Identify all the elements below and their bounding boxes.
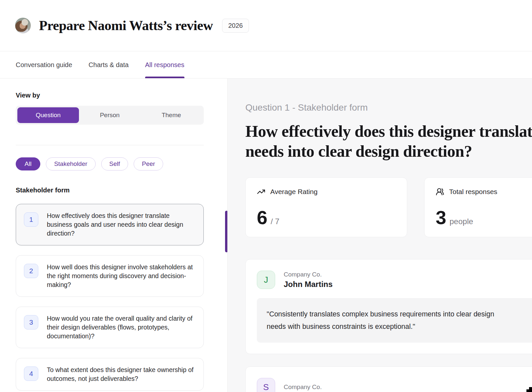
filter-all[interactable]: All: [16, 157, 40, 170]
respondent-company: Company Co.: [284, 383, 322, 391]
question-card-4[interactable]: 4 To what extent does this designer take…: [16, 358, 204, 391]
reviewee-avatar: [15, 18, 31, 33]
average-rating-card: Average Rating 6 / 7: [245, 177, 407, 237]
response-card-2: S Company Co.: [245, 366, 532, 392]
question-number-badge: 1: [24, 212, 38, 227]
question-eyebrow: Question 1 - Stakeholder form: [245, 102, 532, 113]
page-title: Prepare Naomi Watts’s review: [39, 18, 213, 33]
question-number-badge: 3: [24, 315, 38, 330]
respondent-company: Company Co.: [284, 271, 332, 278]
average-rating-value: 6: [257, 208, 267, 227]
main-panel: Question 1 - Stakeholder form How effect…: [227, 79, 532, 392]
page-header: Prepare Naomi Watts’s review 2026: [0, 0, 532, 51]
filter-self[interactable]: Self: [101, 157, 128, 170]
total-responses-suffix: people: [449, 217, 473, 226]
question-heading-line1: How effectively does this designer trans…: [245, 121, 532, 141]
tab-charts-data[interactable]: Charts & data: [88, 51, 128, 78]
view-by-label: View by: [16, 92, 204, 99]
view-mode-segmented-control: Question Person Theme: [16, 106, 204, 125]
question-text: How effectively does this designer trans…: [47, 211, 196, 238]
question-text: To what extent does this designer take o…: [47, 365, 196, 383]
response-quote: "Consistently translates complex busines…: [257, 298, 532, 343]
review-page: Prepare Naomi Watts’s review 2026 Conver…: [0, 0, 532, 392]
view-mode-theme[interactable]: Theme: [141, 107, 202, 123]
stakeholder-form-label: Stakeholder form: [16, 187, 204, 194]
view-mode-person[interactable]: Person: [79, 107, 141, 123]
tab-conversation-guide[interactable]: Conversation guide: [16, 51, 72, 78]
sidebar-divider: [16, 145, 204, 145]
response-card-john-martins: J Company Co. John Martins "Consistently…: [245, 259, 532, 354]
total-responses-card: Total responses 3 people: [424, 177, 532, 237]
respondent-avatar: J: [257, 271, 275, 289]
total-responses-value: 3: [436, 208, 446, 227]
stat-label: Total responses: [449, 188, 497, 196]
average-rating-suffix: / 7: [271, 217, 279, 226]
question-card-2[interactable]: 2 How well does this designer involve st…: [16, 255, 204, 297]
trending-up-icon: [257, 187, 265, 196]
respondent-avatar: S: [257, 378, 275, 392]
question-number-badge: 4: [24, 366, 38, 381]
question-number-badge: 2: [24, 264, 38, 278]
stat-label: Average Rating: [270, 188, 317, 196]
filter-peer[interactable]: Peer: [134, 157, 163, 170]
users-icon: [436, 187, 444, 196]
view-mode-question[interactable]: Question: [17, 107, 79, 123]
filter-stakeholder[interactable]: Stakeholder: [46, 157, 95, 170]
question-text: How would you rate the overall quality a…: [47, 314, 196, 341]
responses-list: J Company Co. John Martins "Consistently…: [245, 259, 532, 392]
question-card-1[interactable]: 1 How effectively does this designer tra…: [16, 204, 204, 245]
filter-pills: All Stakeholder Self Peer: [16, 157, 204, 170]
sidebar: View by Question Person Theme All Stakeh…: [0, 79, 227, 392]
tab-all-responses[interactable]: All responses: [145, 51, 184, 78]
question-card-3[interactable]: 3 How would you rate the overall quality…: [16, 307, 204, 348]
question-heading-line2: needs into clear design direction?: [245, 141, 532, 161]
respondent-name: John Martins: [284, 280, 332, 289]
tab-bar: Conversation guide Charts & data All res…: [0, 51, 532, 79]
question-text: How well does this designer involve stak…: [47, 263, 196, 289]
year-badge: 2026: [222, 19, 249, 33]
content-area: View by Question Person Theme All Stakeh…: [0, 79, 532, 392]
stats-row: Average Rating 6 / 7 Total res: [245, 177, 532, 237]
